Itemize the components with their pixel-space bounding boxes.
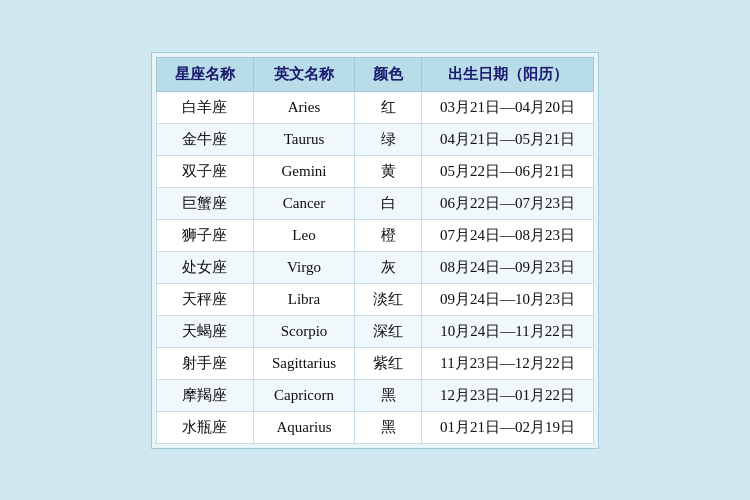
cell-dates: 08月24日—09月23日 xyxy=(422,251,594,283)
cell-chinese-name: 金牛座 xyxy=(156,123,253,155)
table-header-row: 星座名称 英文名称 颜色 出生日期（阳历） xyxy=(156,57,593,91)
header-chinese-name: 星座名称 xyxy=(156,57,253,91)
cell-dates: 12月23日—01月22日 xyxy=(422,379,594,411)
cell-english-name: Gemini xyxy=(253,155,354,187)
cell-chinese-name: 双子座 xyxy=(156,155,253,187)
cell-dates: 06月22日—07月23日 xyxy=(422,187,594,219)
cell-color: 绿 xyxy=(355,123,422,155)
cell-color: 紫红 xyxy=(355,347,422,379)
cell-dates: 04月21日—05月21日 xyxy=(422,123,594,155)
cell-chinese-name: 射手座 xyxy=(156,347,253,379)
table-row: 天秤座Libra淡红09月24日—10月23日 xyxy=(156,283,593,315)
table-row: 金牛座Taurus绿04月21日—05月21日 xyxy=(156,123,593,155)
cell-dates: 10月24日—11月22日 xyxy=(422,315,594,347)
cell-english-name: Aries xyxy=(253,91,354,123)
zodiac-table: 星座名称 英文名称 颜色 出生日期（阳历） 白羊座Aries红03月21日—04… xyxy=(156,57,594,444)
cell-color: 深红 xyxy=(355,315,422,347)
table-body: 白羊座Aries红03月21日—04月20日金牛座Taurus绿04月21日—0… xyxy=(156,91,593,443)
cell-color: 淡红 xyxy=(355,283,422,315)
table-row: 摩羯座Capricorn黑12月23日—01月22日 xyxy=(156,379,593,411)
cell-english-name: Scorpio xyxy=(253,315,354,347)
cell-english-name: Libra xyxy=(253,283,354,315)
cell-english-name: Cancer xyxy=(253,187,354,219)
cell-dates: 03月21日—04月20日 xyxy=(422,91,594,123)
cell-chinese-name: 处女座 xyxy=(156,251,253,283)
header-color: 颜色 xyxy=(355,57,422,91)
cell-color: 黑 xyxy=(355,379,422,411)
cell-english-name: Taurus xyxy=(253,123,354,155)
cell-chinese-name: 水瓶座 xyxy=(156,411,253,443)
cell-dates: 05月22日—06月21日 xyxy=(422,155,594,187)
table-row: 白羊座Aries红03月21日—04月20日 xyxy=(156,91,593,123)
cell-english-name: Virgo xyxy=(253,251,354,283)
table-row: 巨蟹座Cancer白06月22日—07月23日 xyxy=(156,187,593,219)
cell-dates: 01月21日—02月19日 xyxy=(422,411,594,443)
table-row: 天蝎座Scorpio深红10月24日—11月22日 xyxy=(156,315,593,347)
cell-english-name: Capricorn xyxy=(253,379,354,411)
header-english-name: 英文名称 xyxy=(253,57,354,91)
table-row: 水瓶座Aquarius黑01月21日—02月19日 xyxy=(156,411,593,443)
table-row: 双子座Gemini黄05月22日—06月21日 xyxy=(156,155,593,187)
header-dates: 出生日期（阳历） xyxy=(422,57,594,91)
cell-english-name: Leo xyxy=(253,219,354,251)
cell-dates: 11月23日—12月22日 xyxy=(422,347,594,379)
cell-chinese-name: 狮子座 xyxy=(156,219,253,251)
cell-chinese-name: 巨蟹座 xyxy=(156,187,253,219)
cell-color: 红 xyxy=(355,91,422,123)
cell-chinese-name: 白羊座 xyxy=(156,91,253,123)
cell-english-name: Sagittarius xyxy=(253,347,354,379)
cell-dates: 09月24日—10月23日 xyxy=(422,283,594,315)
cell-color: 黄 xyxy=(355,155,422,187)
cell-english-name: Aquarius xyxy=(253,411,354,443)
table-row: 处女座Virgo灰08月24日—09月23日 xyxy=(156,251,593,283)
cell-chinese-name: 摩羯座 xyxy=(156,379,253,411)
cell-chinese-name: 天秤座 xyxy=(156,283,253,315)
cell-color: 灰 xyxy=(355,251,422,283)
cell-dates: 07月24日—08月23日 xyxy=(422,219,594,251)
cell-chinese-name: 天蝎座 xyxy=(156,315,253,347)
cell-color: 白 xyxy=(355,187,422,219)
zodiac-table-container: 星座名称 英文名称 颜色 出生日期（阳历） 白羊座Aries红03月21日—04… xyxy=(151,52,599,449)
table-row: 狮子座Leo橙07月24日—08月23日 xyxy=(156,219,593,251)
cell-color: 橙 xyxy=(355,219,422,251)
table-row: 射手座Sagittarius紫红11月23日—12月22日 xyxy=(156,347,593,379)
cell-color: 黑 xyxy=(355,411,422,443)
